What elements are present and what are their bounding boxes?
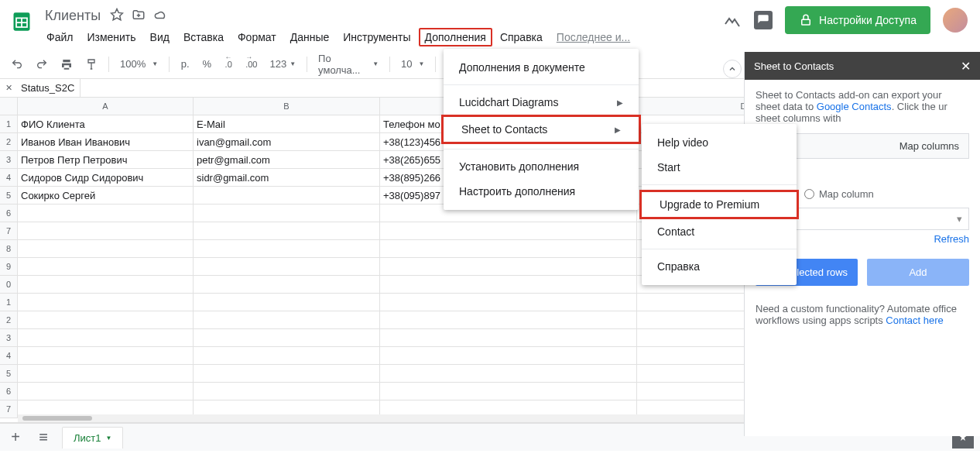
cell[interactable] (18, 205, 194, 222)
cell[interactable] (380, 294, 637, 311)
menu-addons[interactable]: Дополнения (419, 28, 492, 46)
dd-manage-addons[interactable]: Настроить дополнения (444, 179, 639, 204)
cell[interactable] (18, 222, 194, 240)
cloud-icon[interactable] (153, 8, 167, 24)
menu-insert[interactable]: Вставка (177, 28, 230, 46)
namebox-dropdown[interactable]: ✕ (0, 83, 18, 93)
dd-doc-addons[interactable]: Дополнения в документе (444, 55, 639, 80)
cell[interactable] (380, 329, 637, 347)
cell[interactable] (18, 365, 194, 383)
cell[interactable] (18, 329, 194, 347)
row-header[interactable]: 9 (0, 258, 18, 276)
cell[interactable] (380, 347, 637, 365)
sub-help[interactable]: Справка (642, 254, 797, 279)
sub-help-video[interactable]: Help video (642, 130, 797, 155)
row-header[interactable]: 5 (0, 365, 18, 383)
close-icon[interactable]: ✕ (961, 59, 971, 74)
cell[interactable]: Сокирко Сергей (18, 187, 194, 205)
cell[interactable] (194, 347, 380, 365)
cell[interactable] (194, 365, 380, 383)
sub-upgrade-premium[interactable]: Upgrade to Premium (639, 190, 799, 219)
sub-contact[interactable]: Contact (642, 219, 797, 244)
sheets-logo[interactable] (6, 6, 37, 37)
cell[interactable]: ivan@gmail.com (194, 133, 380, 151)
cell[interactable] (380, 365, 637, 383)
font-select[interactable]: По умолча... (314, 53, 383, 76)
menu-tools[interactable]: Инструменты (337, 28, 416, 46)
print-button[interactable] (56, 54, 77, 74)
row-header[interactable]: 3 (0, 151, 18, 169)
format-currency[interactable]: р. (176, 54, 194, 74)
refresh-link[interactable]: Refresh (934, 233, 969, 245)
contact-here-link[interactable]: Contact here (886, 314, 943, 326)
paint-format-button[interactable] (81, 54, 102, 74)
dd-sheet-to-contacts[interactable]: Sheet to Contacts▶ (441, 115, 641, 144)
cell[interactable] (194, 205, 380, 222)
cell[interactable]: sidr@gmail.com (194, 169, 380, 187)
name-box[interactable]: Status_S2C (18, 82, 80, 94)
cell[interactable]: ФИО Клиента (18, 115, 194, 133)
star-icon[interactable] (110, 8, 124, 24)
cell[interactable]: E-Mail (194, 115, 380, 133)
row-header[interactable]: 4 (0, 169, 18, 187)
cell[interactable] (194, 187, 380, 205)
redo-button[interactable] (31, 54, 53, 74)
zoom-select[interactable]: 100% (115, 58, 163, 70)
cell[interactable] (18, 276, 194, 294)
cell[interactable]: Петров Петр Петрович (18, 151, 194, 169)
font-size-select[interactable]: 10 (396, 58, 429, 70)
menu-file[interactable]: Файл (40, 28, 79, 46)
comments-icon[interactable] (754, 11, 773, 29)
undo-button[interactable] (6, 54, 28, 74)
cell[interactable] (194, 240, 380, 258)
row-header[interactable]: 8 (0, 240, 18, 258)
google-contacts-link[interactable]: Google Contacts (817, 101, 892, 112)
cell[interactable] (380, 240, 637, 258)
cell[interactable] (18, 311, 194, 329)
cell[interactable] (380, 383, 637, 400)
row-header[interactable]: 1 (0, 115, 18, 133)
cell[interactable] (194, 311, 380, 329)
dd-lucidchart[interactable]: Lucidchart Diagrams▶ (444, 90, 639, 115)
add-sheet-button[interactable]: + (6, 428, 25, 446)
cell[interactable]: petr@gmail.com (194, 151, 380, 169)
cell[interactable]: Иванов Иван Иванович (18, 133, 194, 151)
menu-edit[interactable]: Изменить (81, 28, 142, 46)
row-header[interactable]: 2 (0, 133, 18, 151)
row-header[interactable]: 7 (0, 400, 18, 418)
more-formats[interactable]: 123 (265, 54, 300, 74)
menu-data[interactable]: Данные (284, 28, 336, 46)
row-header[interactable]: 7 (0, 222, 18, 240)
row-header[interactable]: 5 (0, 187, 18, 205)
cell[interactable] (380, 258, 637, 276)
row-header[interactable]: 6 (0, 205, 18, 222)
cell[interactable] (18, 240, 194, 258)
add-button[interactable]: Add (867, 259, 969, 286)
format-percent[interactable]: % (197, 54, 216, 74)
cell[interactable] (194, 329, 380, 347)
cell[interactable] (380, 222, 637, 240)
cell[interactable] (194, 222, 380, 240)
row-header[interactable]: 6 (0, 383, 18, 400)
cell[interactable] (18, 347, 194, 365)
select-all-cell[interactable] (0, 98, 18, 115)
cell[interactable] (18, 258, 194, 276)
cell[interactable] (380, 276, 637, 294)
sheet-tab-1[interactable]: Лист1 ▼ (62, 427, 123, 449)
dd-get-addons[interactable]: Установить дополнения (444, 154, 639, 179)
cell[interactable] (194, 383, 380, 400)
share-button[interactable]: Настройки Доступа (785, 6, 930, 34)
cell[interactable] (194, 294, 380, 311)
row-header[interactable]: 4 (0, 347, 18, 365)
menu-last-edit[interactable]: Последнее и... (550, 28, 636, 46)
account-avatar[interactable] (943, 8, 968, 33)
row-header[interactable]: 3 (0, 329, 18, 347)
cell[interactable] (18, 294, 194, 311)
decrease-decimal[interactable]: .0← (219, 54, 238, 74)
sub-start[interactable]: Start (642, 155, 797, 180)
column-header[interactable]: B (194, 98, 380, 115)
column-header[interactable]: A (18, 98, 194, 115)
cell[interactable] (380, 311, 637, 329)
increase-decimal[interactable]: .00→ (241, 54, 262, 74)
cell[interactable]: Сидоров Сидр Сидорович (18, 169, 194, 187)
